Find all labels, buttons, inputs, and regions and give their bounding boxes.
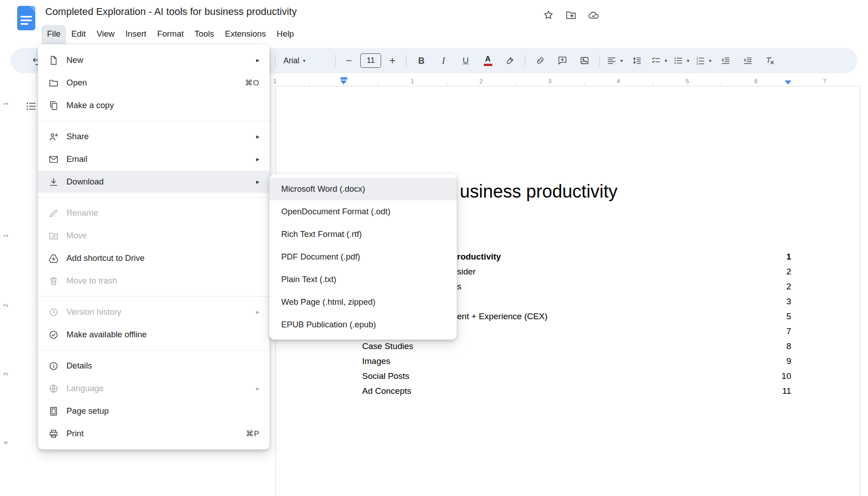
menu-extensions[interactable]: Extensions	[220, 25, 272, 44]
menu-item-label: Move to trash	[66, 276, 117, 286]
menu-help[interactable]: Help	[271, 25, 299, 44]
ruler-tick	[584, 83, 585, 85]
download-submenu: Microsoft Word (.docx)OpenDocument Forma…	[269, 174, 457, 340]
menu-item-label: Details	[66, 361, 92, 371]
toc-entry[interactable]: Images9	[276, 354, 860, 368]
toolbar-divider	[275, 55, 275, 66]
font-size-input[interactable]: 11	[360, 53, 381, 68]
page-setup-icon	[48, 406, 59, 416]
text-color-button[interactable]: A	[478, 52, 497, 70]
file-menu-item-email[interactable]: Email▸	[38, 148, 269, 170]
share-person-icon	[48, 131, 59, 142]
toc-entry-label: ent + Experience (CEX)	[457, 312, 547, 321]
bulleted-list-icon[interactable]: ▾	[672, 52, 691, 70]
document-outline-icon[interactable]	[24, 99, 38, 113]
menu-file[interactable]: File	[42, 25, 66, 44]
font-family-select[interactable]: Arial ▾	[281, 52, 330, 70]
file-menu-item-language: Language▸	[38, 377, 269, 400]
copy-icon	[48, 100, 59, 111]
info-icon	[48, 360, 59, 371]
file-menu-item-make-available-offline[interactable]: Make available offline	[38, 323, 269, 346]
menu-tools[interactable]: Tools	[189, 25, 219, 44]
menu-item-label: Page setup	[66, 406, 109, 416]
menu-divider	[38, 121, 269, 121]
clear-formatting-icon[interactable]	[760, 52, 779, 70]
vertical-ruler[interactable]: 11234	[0, 81, 12, 496]
document-heading: usiness productivity	[460, 181, 618, 202]
menu-item-label: Language	[66, 383, 104, 393]
document-status-cloud-icon[interactable]	[587, 8, 600, 22]
ruler-number: 1	[410, 78, 414, 85]
menu-item-label: New	[66, 55, 83, 65]
toc-page-number: 10	[728, 371, 791, 381]
google-docs-logo[interactable]	[16, 5, 36, 31]
align-left-icon[interactable]: ▾	[605, 52, 624, 70]
download-option-web-page-html-zipped[interactable]: Web Page (.html, zipped)	[269, 291, 457, 313]
highlight-color-icon[interactable]	[500, 52, 519, 70]
increase-indent-icon[interactable]	[738, 52, 757, 70]
insert-link-icon[interactable]	[531, 52, 550, 70]
file-menu-item-add-shortcut-to-drive[interactable]: Add shortcut to Drive	[38, 247, 269, 269]
file-menu-item-print[interactable]: Print⌘P	[38, 422, 269, 445]
toc-page-number: 11	[728, 386, 791, 396]
download-option-plain-text-txt[interactable]: Plain Text (.txt)	[269, 268, 457, 291]
italic-button[interactable]: I	[434, 52, 453, 70]
add-comment-icon[interactable]	[553, 52, 572, 70]
ruler-tick	[344, 83, 344, 85]
ruler-number: 2	[479, 78, 482, 85]
menu-item-label: Make available offline	[66, 330, 147, 340]
ruler-number: 1	[2, 99, 9, 109]
file-menu-item-details[interactable]: Details	[38, 354, 269, 377]
submenu-arrow-icon: ▸	[256, 308, 259, 316]
numbered-list-icon[interactable]: 123 ▾	[694, 52, 713, 70]
toc-entry-label: Social Posts	[362, 371, 410, 381]
toolbar-divider	[406, 55, 406, 66]
header-actions	[542, 8, 600, 22]
file-menu-item-new[interactable]: New▸	[38, 49, 269, 71]
toc-entry[interactable]: Social Posts10	[276, 368, 860, 383]
increase-font-size-button[interactable]: +	[384, 52, 401, 70]
file-menu-item-version-history: Version history▸	[38, 301, 269, 323]
insert-image-icon[interactable]	[575, 52, 594, 70]
file-menu-item-open[interactable]: Open⌘O	[38, 71, 269, 94]
download-option-epub-publication-epub[interactable]: EPUB Publication (.epub)	[269, 313, 457, 336]
decrease-indent-icon[interactable]	[716, 52, 735, 70]
ruler-tick	[515, 83, 516, 85]
text-color-a: A	[485, 55, 491, 63]
toc-entry-label: roductivity	[457, 252, 501, 262]
document-title[interactable]: Completed Exploration - AI tools for bus…	[45, 6, 297, 18]
star-icon[interactable]	[542, 8, 555, 22]
toc-page-number: 3	[728, 297, 791, 307]
download-option-pdf-document-pdf[interactable]: PDF Document (.pdf)	[269, 246, 457, 268]
toc-page-number: 1	[728, 252, 791, 262]
text-color-bar	[484, 64, 492, 66]
file-menu-item-download[interactable]: Download▸	[38, 170, 269, 193]
menu-divider	[38, 350, 269, 350]
bold-button[interactable]: B	[412, 52, 431, 70]
submenu-arrow-icon: ▸	[256, 132, 259, 141]
toc-entry[interactable]: Case Studies8	[276, 339, 860, 354]
line-spacing-icon[interactable]	[627, 52, 646, 70]
menu-format[interactable]: Format	[152, 25, 189, 44]
ruler-number: 1	[273, 78, 276, 85]
menu-view[interactable]: View	[91, 25, 120, 44]
download-option-opendocument-format-odt[interactable]: OpenDocument Format (.odt)	[269, 200, 457, 223]
underline-button[interactable]: U	[456, 52, 475, 70]
file-menu-item-share[interactable]: Share▸	[38, 125, 269, 148]
ruler-tick	[309, 83, 310, 85]
toc-entry[interactable]: Ad Concepts11	[276, 383, 860, 398]
file-menu-item-page-setup[interactable]: Page setup	[38, 400, 269, 422]
menu-edit[interactable]: Edit	[66, 25, 91, 44]
rename-pencil-icon	[48, 208, 59, 218]
first-line-indent-marker[interactable]	[340, 77, 347, 80]
submenu-arrow-icon: ▸	[256, 384, 259, 392]
menu-item-shortcut: ⌘P	[246, 429, 259, 439]
download-option-microsoft-word-docx[interactable]: Microsoft Word (.docx)	[269, 178, 457, 200]
decrease-font-size-button[interactable]: −	[341, 52, 357, 70]
move-folder-icon[interactable]	[564, 8, 578, 22]
download-option-rich-text-format-rtf[interactable]: Rich Text Format (.rtf)	[269, 223, 457, 246]
file-menu-item-make-a-copy[interactable]: Make a copy	[38, 94, 269, 117]
menu-insert[interactable]: Insert	[120, 25, 151, 44]
folder-icon	[48, 77, 59, 88]
checklist-icon[interactable]: ▾	[650, 52, 669, 70]
